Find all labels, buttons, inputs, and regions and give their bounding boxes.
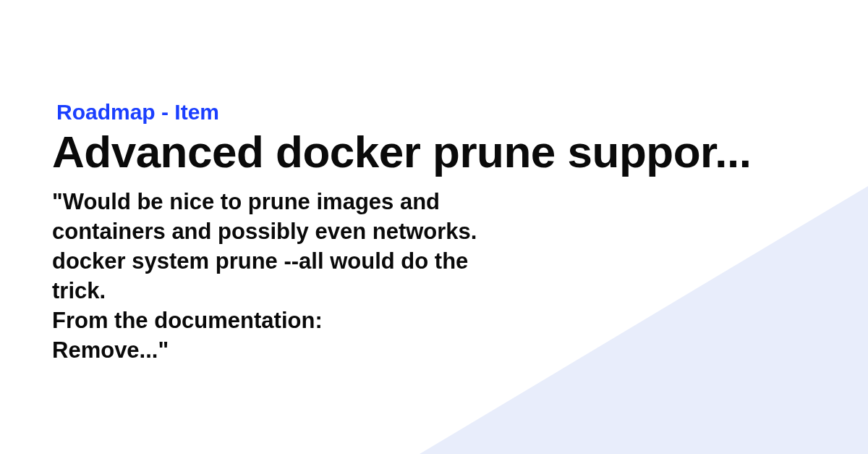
breadcrumb: Roadmap - Item	[52, 100, 816, 125]
page-title: Advanced docker prune suppor...	[52, 126, 816, 177]
content-container: Roadmap - Item Advanced docker prune sup…	[0, 0, 868, 366]
item-description: "Would be nice to prune images and conta…	[52, 188, 486, 365]
